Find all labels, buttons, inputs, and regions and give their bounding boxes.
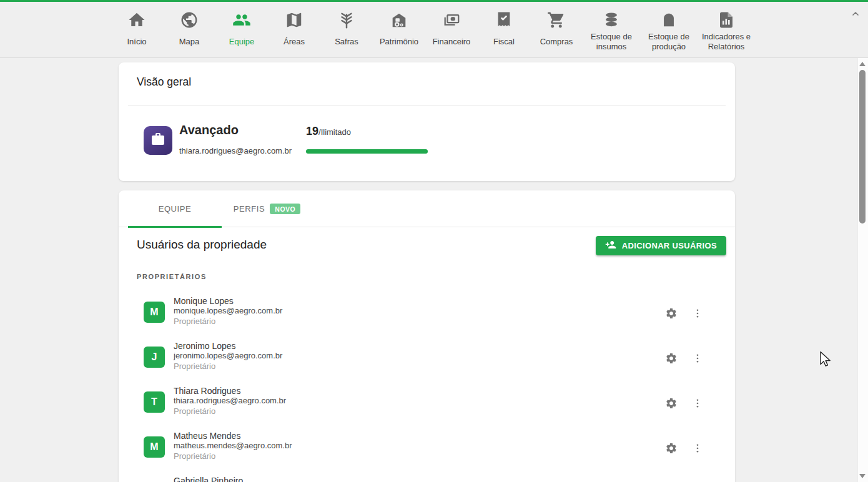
nav-item-equipe[interactable]: Equipe xyxy=(215,2,268,52)
user-list: M Monique Lopes monique.lopes@aegro.com.… xyxy=(119,290,735,482)
usage-limit: /Ilimitado xyxy=(318,127,351,137)
scroll-down-arrow[interactable] xyxy=(859,474,866,478)
user-email: thiara.rodrigues@aegro.com.br xyxy=(174,396,286,405)
usage-progress-bar xyxy=(306,149,428,154)
user-settings-button[interactable] xyxy=(665,307,678,320)
usage-count: 19 xyxy=(306,125,318,137)
nav-item-label: Mapa xyxy=(179,31,200,52)
brand-accent-strip xyxy=(0,0,868,2)
map-icon xyxy=(285,11,303,29)
add-users-button-label: ADICIONAR USUÁRIOS xyxy=(622,241,717,250)
user-name: Jeronimo Lopes xyxy=(174,341,236,351)
overview-card-title: Visão geral xyxy=(137,76,191,89)
collapse-nav-button[interactable] xyxy=(847,7,864,23)
mouse-cursor xyxy=(819,351,833,371)
nav-item-label: Compras xyxy=(540,31,573,52)
settings-gear-icon xyxy=(665,442,678,455)
novo-badge: NOVO xyxy=(270,204,300,214)
nav-item-label: Áreas xyxy=(284,31,305,52)
user-email: matheus.mendes@aegro.com.br xyxy=(174,441,292,450)
nav-item-patrimonio[interactable]: Patrimônio xyxy=(373,2,425,52)
user-row: M Monique Lopes monique.lopes@aegro.com.… xyxy=(119,290,735,335)
nav-item-label: Fiscal xyxy=(493,31,515,52)
banknote-icon xyxy=(442,11,461,29)
avatar: J xyxy=(144,347,165,368)
nav-item-label: Início xyxy=(127,31,146,52)
nav-item-estoque-insumos[interactable]: Estoque de insumos xyxy=(583,2,640,52)
nav-item-financeiro[interactable]: Financeiro xyxy=(425,2,478,52)
user-menu-button[interactable] xyxy=(692,397,703,410)
user-settings-button[interactable] xyxy=(665,397,678,410)
user-settings-button[interactable] xyxy=(665,442,678,455)
user-name: Thiara Rodrigues xyxy=(174,386,240,396)
silo-icon xyxy=(659,11,678,29)
divider xyxy=(128,105,726,106)
scrollbar[interactable] xyxy=(857,58,868,482)
nav-item-safras[interactable]: Safras xyxy=(320,2,373,52)
avatar: M xyxy=(144,302,165,323)
kebab-menu-icon xyxy=(692,352,703,365)
kebab-menu-icon xyxy=(692,307,703,320)
scroll-up-arrow[interactable] xyxy=(859,62,866,66)
usage-progress-fill xyxy=(306,149,428,154)
tab-bar: EQUIPE PERFIS NOVO xyxy=(119,190,735,227)
kebab-menu-icon xyxy=(692,397,703,410)
tab-label: PERFIS xyxy=(234,204,265,214)
nav-item-mapa[interactable]: Mapa xyxy=(163,2,215,52)
report-icon xyxy=(717,11,736,29)
user-menu-button[interactable] xyxy=(692,442,703,455)
add-users-button[interactable]: ADICIONAR USUÁRIOS xyxy=(596,236,726,255)
plan-name: Avançado xyxy=(179,123,239,137)
user-usage: 19/Ilimitado xyxy=(306,125,351,138)
avatar: M xyxy=(144,436,165,458)
barn-tractor-icon xyxy=(390,11,408,29)
tab-perfis[interactable]: PERFIS NOVO xyxy=(215,190,318,227)
user-name: Monique Lopes xyxy=(174,296,234,306)
user-row: M Matheus Mendes matheus.mendes@aegro.co… xyxy=(119,425,735,470)
cart-icon xyxy=(547,11,566,29)
top-nav: Início Mapa Equipe Áreas Safras Patrimôn xyxy=(0,2,868,58)
user-name: Matheus Mendes xyxy=(174,431,240,441)
owners-group-label: PROPRIETÁRIOS xyxy=(137,273,207,280)
nav-item-inicio[interactable]: Início xyxy=(111,2,163,52)
nav-item-label: Patrimônio xyxy=(380,31,418,52)
tab-label: EQUIPE xyxy=(159,204,192,214)
page-title: Usuários da propriedade xyxy=(137,238,267,252)
user-role: Proprietário xyxy=(174,317,215,326)
nav-item-estoque-producao[interactable]: Estoque de produção xyxy=(640,2,698,52)
nav-item-fiscal[interactable]: Fiscal xyxy=(478,2,530,52)
user-role: Proprietário xyxy=(174,451,215,461)
user-role: Proprietário xyxy=(174,406,215,416)
receipt-icon xyxy=(495,11,513,29)
user-row: J Jeronimo Lopes jeronimo.lopes@aegro.co… xyxy=(119,335,735,380)
nav-item-areas[interactable]: Áreas xyxy=(268,2,320,52)
nav-item-indicadores[interactable]: Indicadores e Relatórios xyxy=(698,2,755,52)
nav-item-label: Safras xyxy=(335,31,358,52)
settings-gear-icon xyxy=(665,352,678,365)
nav-item-label: Estoque de insumos xyxy=(583,31,640,52)
scrollbar-thumb[interactable] xyxy=(859,70,866,224)
avatar: T xyxy=(144,391,165,413)
nav-item-label: Estoque de produção xyxy=(640,31,698,52)
overview-card: Visão geral Avançado thiara.rodrigues@ae… xyxy=(119,62,735,181)
briefcase-icon xyxy=(150,132,165,149)
app-window: Início Mapa Equipe Áreas Safras Patrimôn xyxy=(0,0,868,482)
home-icon xyxy=(127,11,146,29)
user-menu-button[interactable] xyxy=(692,307,703,320)
globe-icon xyxy=(180,11,199,29)
person-add-icon xyxy=(605,239,616,252)
nav-item-label: Financeiro xyxy=(433,31,471,52)
team-card: EQUIPE PERFIS NOVO Usuários da proprieda… xyxy=(119,190,735,482)
user-email: jeronimo.lopes@aegro.com.br xyxy=(174,351,282,360)
chevron-up-icon xyxy=(851,9,861,21)
settings-gear-icon xyxy=(665,307,678,320)
tab-equipe[interactable]: EQUIPE xyxy=(128,190,222,227)
nav-item-compras[interactable]: Compras xyxy=(530,2,583,52)
user-email: monique.lopes@aegro.com.br xyxy=(174,306,282,315)
user-settings-button[interactable] xyxy=(665,352,678,365)
user-name: Gabriella Pinheiro xyxy=(174,476,243,482)
settings-gear-icon xyxy=(665,397,678,410)
user-menu-button[interactable] xyxy=(692,352,703,365)
nav-items: Início Mapa Equipe Áreas Safras Patrimôn xyxy=(111,2,755,52)
plan-owner-email: thiara.rodrigues@aegro.com.br xyxy=(179,146,292,155)
